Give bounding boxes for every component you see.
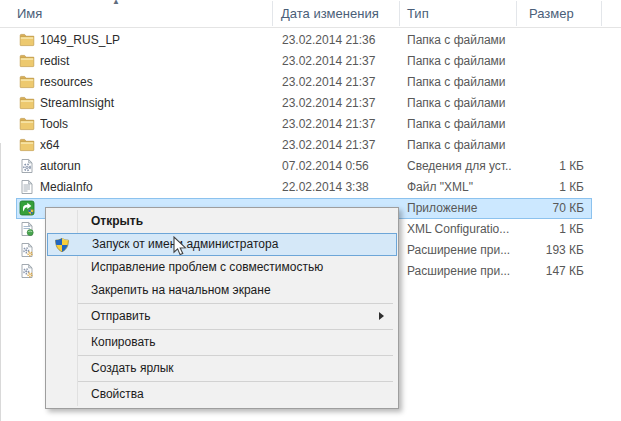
file-name: StreamInsight [40, 93, 268, 114]
file-size: 1 КБ [480, 177, 584, 198]
file-size [480, 135, 584, 156]
column-header-date[interactable]: Дата изменения [281, 0, 396, 27]
column-header-name[interactable]: Имя [17, 0, 267, 27]
file-row[interactable]: Tools23.02.2014 21:37Папка с файлами [0, 114, 621, 135]
file-name: redist [40, 51, 268, 72]
menu-item-label: Свойства [91, 387, 144, 401]
menu-item-label: Закрепить на начальном экране [91, 283, 271, 297]
file-date: 23.02.2014 21:37 [282, 114, 397, 135]
xml-file-icon [19, 179, 35, 195]
file-row[interactable]: resources23.02.2014 21:37Папка с файлами [0, 72, 621, 93]
file-date: 23.02.2014 21:37 [282, 72, 397, 93]
menu-item-label: Запуск от имени администратора [92, 237, 278, 251]
menu-item-label: Исправление проблем с совместимостью [91, 260, 323, 274]
dll-icon [19, 242, 35, 258]
file-name: 1049_RUS_LP [40, 30, 268, 51]
xml-config-icon [19, 221, 35, 237]
column-divider[interactable] [516, 1, 517, 26]
file-size [480, 93, 584, 114]
context-menu: Открыть Запуск от имени администратораИс… [45, 207, 399, 409]
file-date: 23.02.2014 21:36 [282, 30, 397, 51]
menu-item-label: Копировать [91, 335, 156, 349]
folder-icon [19, 74, 35, 90]
file-row[interactable]: 1049_RUS_LP23.02.2014 21:36Папка с файла… [0, 30, 621, 51]
file-row[interactable]: autorun07.02.2014 0:56Сведения для уст..… [0, 156, 621, 177]
context-menu-item-create-shortcut[interactable]: Создать ярлык [47, 357, 397, 380]
file-size [480, 114, 584, 135]
file-date: 07.02.2014 0:56 [282, 156, 397, 177]
column-divider[interactable] [601, 1, 602, 26]
column-divider[interactable] [399, 1, 400, 26]
uac-shield-icon [54, 237, 70, 253]
folder-icon [19, 116, 35, 132]
context-menu-item-copy[interactable]: Копировать [47, 331, 397, 354]
file-size: 70 КБ [480, 198, 584, 219]
context-menu-item-pin-to-start[interactable]: Закрепить на начальном экране [47, 279, 397, 302]
submenu-arrow-icon [379, 312, 384, 320]
column-header-type[interactable]: Тип [407, 0, 512, 27]
file-date: 23.02.2014 21:37 [282, 93, 397, 114]
file-name: Tools [40, 114, 268, 135]
file-size [480, 72, 584, 93]
context-menu-item-fix-compatibility[interactable]: Исправление проблем с совместимостью [47, 256, 397, 279]
column-headers: ▲ Имя Дата изменения Тип Размер [0, 0, 621, 28]
column-header-size[interactable]: Размер [529, 0, 599, 27]
file-size: 147 КБ [480, 261, 584, 282]
context-menu-item-send-to[interactable]: Отправить [47, 305, 397, 328]
context-menu-item-properties[interactable]: Свойства [47, 383, 397, 406]
file-row[interactable]: x6423.02.2014 21:37Папка с файлами [0, 135, 621, 156]
dll-icon [19, 263, 35, 279]
file-name: MediaInfo [40, 177, 268, 198]
setup-info-icon [19, 158, 35, 174]
pane-divider [0, 143, 1, 421]
menu-item-label: Отправить [91, 309, 151, 323]
file-size: 1 КБ [480, 156, 584, 177]
file-name: resources [40, 72, 268, 93]
file-date: 22.02.2014 3:38 [282, 177, 397, 198]
file-row[interactable]: StreamInsight23.02.2014 21:37Папка с фай… [0, 93, 621, 114]
file-name: x64 [40, 135, 268, 156]
folder-icon [19, 137, 35, 153]
column-divider[interactable] [272, 1, 273, 26]
folder-icon [19, 32, 35, 48]
context-menu-item-open[interactable]: Открыть [47, 210, 397, 233]
file-size [480, 51, 584, 72]
file-size: 193 КБ [480, 240, 584, 261]
file-size [480, 30, 584, 51]
menu-item-label: Открыть [91, 214, 143, 228]
context-menu-item-run-as-admin[interactable]: Запуск от имени администратора [47, 233, 397, 256]
file-row[interactable]: redist23.02.2014 21:37Папка с файлами [0, 51, 621, 72]
folder-icon [19, 95, 35, 111]
setup-exe-icon [19, 200, 35, 216]
menu-item-label: Создать ярлык [91, 361, 174, 375]
folder-icon [19, 53, 35, 69]
file-size: 1 КБ [480, 219, 584, 240]
file-row[interactable]: MediaInfo22.02.2014 3:38Файл "XML"1 КБ [0, 177, 621, 198]
file-explorer-window: ▲ Имя Дата изменения Тип Размер 1049_RUS… [0, 0, 621, 421]
file-date: 23.02.2014 21:37 [282, 135, 397, 156]
file-name: autorun [40, 156, 268, 177]
file-date: 23.02.2014 21:37 [282, 51, 397, 72]
